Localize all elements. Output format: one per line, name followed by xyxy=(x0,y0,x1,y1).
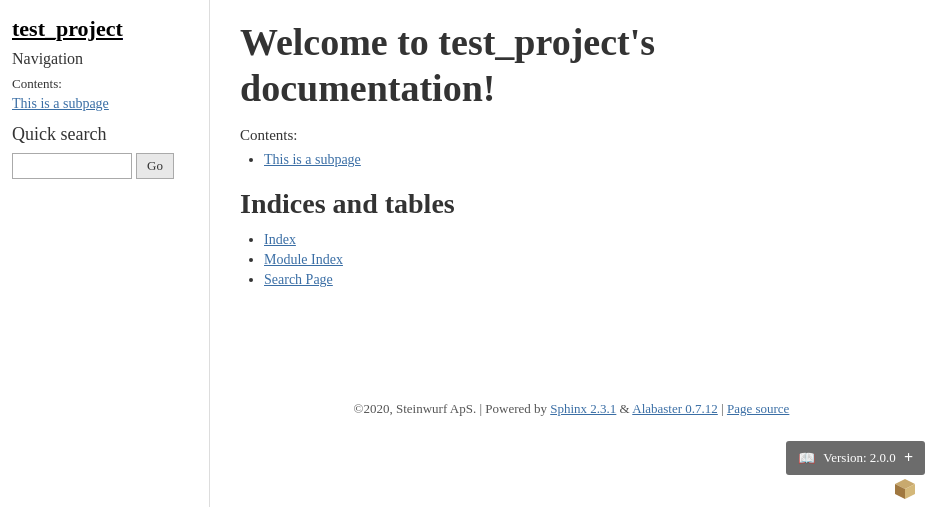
module-index-link[interactable]: Module Index xyxy=(264,252,343,267)
project-title-link[interactable]: test_project xyxy=(12,16,197,42)
search-page-link[interactable]: Search Page xyxy=(264,272,333,287)
footer: ©2020, Steinwurf ApS. | Powered by Sphin… xyxy=(210,391,933,427)
toc-subpage-link[interactable]: This is a subpage xyxy=(264,152,361,167)
sphinx-link[interactable]: Sphinx 2.3.1 xyxy=(550,401,616,416)
list-item: Module Index xyxy=(264,252,903,268)
rtd-logo[interactable] xyxy=(891,475,919,503)
main-contents-label: Contents: xyxy=(240,127,903,144)
page-source-link[interactable]: Page source xyxy=(727,401,789,416)
main-content: Welcome to test_project's documentation!… xyxy=(210,0,933,507)
footer-text: ©2020, Steinwurf ApS. | Powered by Sphin… xyxy=(354,401,790,416)
search-input[interactable] xyxy=(12,153,132,179)
sidebar-contents-label: Contents: xyxy=(12,76,197,92)
rtd-logo-icon xyxy=(893,477,917,501)
project-title: test_project xyxy=(12,16,197,42)
list-item: Search Page xyxy=(264,272,903,288)
toc-list: This is a subpage xyxy=(264,152,903,168)
indices-list: Index Module Index Search Page xyxy=(264,232,903,288)
quick-search-label: Quick search xyxy=(12,124,197,145)
list-item: This is a subpage xyxy=(264,152,903,168)
plus-icon[interactable]: + xyxy=(904,449,913,467)
book-icon: 📖 xyxy=(798,450,815,467)
list-item: Index xyxy=(264,232,903,248)
alabaster-link[interactable]: Alabaster 0.7.12 xyxy=(632,401,718,416)
indices-heading: Indices and tables xyxy=(240,188,903,220)
search-go-button[interactable]: Go xyxy=(136,153,174,179)
version-label: Version: 2.0.0 xyxy=(823,450,896,466)
sidebar: test_project Navigation Contents: This i… xyxy=(0,0,210,507)
version-badge[interactable]: 📖 Version: 2.0.0 + xyxy=(786,441,925,475)
index-link[interactable]: Index xyxy=(264,232,296,247)
sidebar-subpage-link[interactable]: This is a subpage xyxy=(12,96,197,112)
page-heading: Welcome to test_project's documentation! xyxy=(240,20,903,111)
navigation-label: Navigation xyxy=(12,50,197,68)
search-row: Go xyxy=(12,153,197,179)
